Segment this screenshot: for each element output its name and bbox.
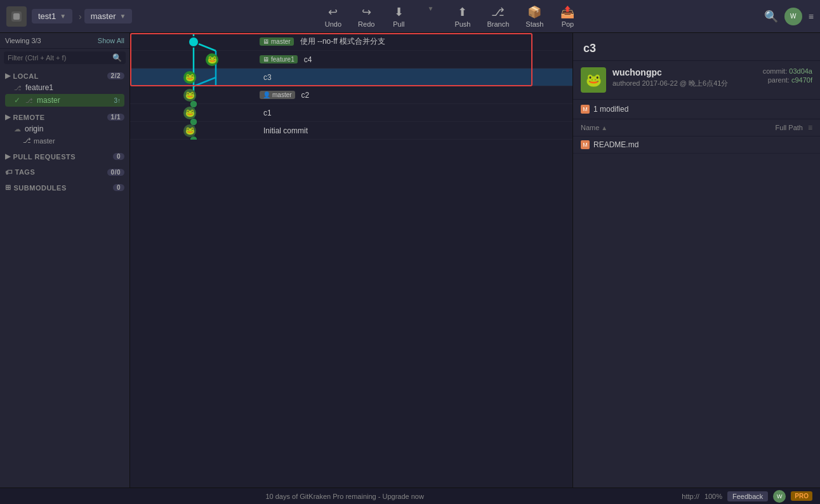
branch-selector[interactable]: master ▼ [84,9,133,23]
files-path-label: Full Path [776,124,803,131]
file-row-readme[interactable]: M README.md [573,136,820,154]
remote-header[interactable]: ▶ REMOTE 1/1 [5,112,124,123]
commit-row-1[interactable]: 🐸 🖥 feature1 c4 [130,51,572,69]
promo-text[interactable]: 10 days of GitKraken Pro remaining - Upg… [8,493,682,500]
sidebar-item-feature1[interactable]: ⎇ feature1 [5,81,124,94]
sidebar-item-origin-master[interactable]: ⎇ master [5,135,124,146]
commit-authored: authored 2017-06-22 @ 晚上6点41分 [612,79,757,88]
undo-label: Undo [325,20,341,28]
file-modified-icon: M [581,140,590,149]
pr-collapse-icon: ▶ [5,152,11,161]
avatar-c2: 🐸 [183,89,196,102]
file-name: README.md [593,140,638,149]
pull-dropdown[interactable]: ▼ [415,3,446,30]
tags-label: TAGS [15,168,36,176]
master-branch-label: 🖥 master [260,37,294,46]
bottom-bar: 10 days of GitKraken Pro remaining - Upg… [0,487,820,504]
person-icon: 👤 [263,91,270,98]
pull-dropdown-arrow: ▼ [427,5,433,12]
more-icon[interactable]: ≡ [809,11,814,22]
submodules-header[interactable]: ⊞ SUBMODULES 0 [5,182,124,193]
submodules-count: 0 [113,184,124,191]
modified-label: 1 modified [593,105,628,114]
show-all-link[interactable]: Show All [98,37,124,44]
commit-label: commit: [763,67,788,75]
commit-msg-1: c4 [304,55,572,64]
sidebar-item-origin[interactable]: ☁ origin [5,123,124,135]
repo-chevron: ▼ [60,13,66,20]
commit-row-4[interactable]: 🐸 c1 [130,104,572,122]
branch-icon: ⎇ [491,5,505,19]
row-labels-0: 🖥 master [260,37,296,46]
zoom-text: 100% [704,493,722,500]
center-panel: 🖥 master 使用 --no-ff 模式合并分支 🐸 🖥 feature1 [130,33,572,487]
list-view-icon[interactable]: ≡ [808,123,812,132]
avatar-c1: 🐸 [183,107,196,119]
sidebar-item-master[interactable]: ✓ ⎇ master 3↑ [5,94,124,107]
label-text: master [271,38,291,45]
sort-asc-icon[interactable]: ▲ [601,124,607,131]
main-area: Viewing 3/3 Show All 🔍 ▶ LOCAL 2/2 ⎇ fea… [0,33,820,487]
monitor-icon-1: 🖥 [263,56,269,63]
commit-hash-row: commit: 03d04a [763,67,812,75]
search-icon[interactable]: 🔍 [764,10,778,23]
pro-badge: PRO [791,491,812,501]
branch-name: master [91,11,116,21]
commit-row-0[interactable]: 🖥 master 使用 --no-ff 模式合并分支 [130,33,572,51]
remote-section: ▶ REMOTE 1/1 ☁ origin ⎇ master [0,108,129,147]
redo-button[interactable]: ↪ Redo [350,3,382,30]
parent-hash-val: c9470f [791,76,812,84]
branch-tree-icon: ⎇ [14,84,22,91]
user-avatar[interactable]: W [784,8,802,25]
undo-button[interactable]: ↩ Undo [317,3,349,30]
commit-row-3[interactable]: 🐸 👤 master c2 [130,86,572,104]
repo-selector[interactable]: test1 ▼ [32,9,72,23]
right-panel-title: c3 [573,33,820,61]
pop-label: Pop [562,20,574,28]
svg-rect-1 [13,13,20,20]
pop-button[interactable]: 📤 Pop [552,3,583,30]
branch-label: Branch [487,20,509,28]
bottom-right: http:// 100% Feedback W PRO [682,490,812,503]
pull-button[interactable]: ⬇ Pull [383,3,414,30]
remote-count: 1/1 [107,114,124,121]
filter-input[interactable] [8,54,110,62]
repo-name: test1 [38,11,56,21]
pr-label: PULL REQUESTS [13,153,76,161]
master-label: master [37,96,60,105]
commit-hashes: commit: 03d04a parent: c9470f [763,67,812,93]
stash-label: Stash [526,20,543,28]
files-header: Name ▲ Full Path ≡ [573,119,820,136]
parent-label: parent: [768,76,790,84]
row-graph-1: 🐸 [133,51,260,69]
remote-master-label: master [34,137,55,145]
app-logo[interactable] [6,6,27,27]
tags-header[interactable]: 🏷 TAGS 0/0 [5,167,124,177]
tags-section: 🏷 TAGS 0/0 [0,163,129,178]
remote-branch-icon: ⎇ [23,136,31,145]
tags-count: 0/0 [107,169,124,176]
sidebar-top: Viewing 3/3 Show All [0,33,129,49]
push-label: Push [454,20,470,28]
pull-requests-header[interactable]: ▶ PULL REQUESTS 0 [5,151,124,162]
commit-row-2[interactable]: 🐸 c3 [130,69,572,86]
commit-msg-4: c1 [263,109,572,117]
branch-button[interactable]: ⎇ Branch [479,3,517,30]
pr-count: 0 [113,153,124,160]
row-graph-4: 🐸 [133,104,260,122]
row-labels-1: 🖥 feature1 [260,55,300,63]
remote-label: REMOTE [13,114,45,121]
breadcrumb-arrow: › [79,11,82,22]
feedback-button[interactable]: Feedback [727,491,768,501]
commit-row-5[interactable]: 🐸 Initial commit [130,122,572,140]
origin-master-label: 👤 master [260,91,295,99]
submodules-section: ⊞ SUBMODULES 0 [0,178,129,194]
push-button[interactable]: ⬆ Push [447,3,478,30]
stash-button[interactable]: 📦 Stash [518,3,551,30]
avatar-c3: 🐸 [183,71,196,84]
toolbar-right: 🔍 W ≡ [764,8,814,25]
redo-label: Redo [358,20,374,28]
avatar-init: 🐸 [183,124,196,137]
local-header[interactable]: ▶ LOCAL 2/2 [5,70,124,81]
graph-area: 🖥 master 使用 --no-ff 模式合并分支 🐸 🖥 feature1 [130,33,572,487]
